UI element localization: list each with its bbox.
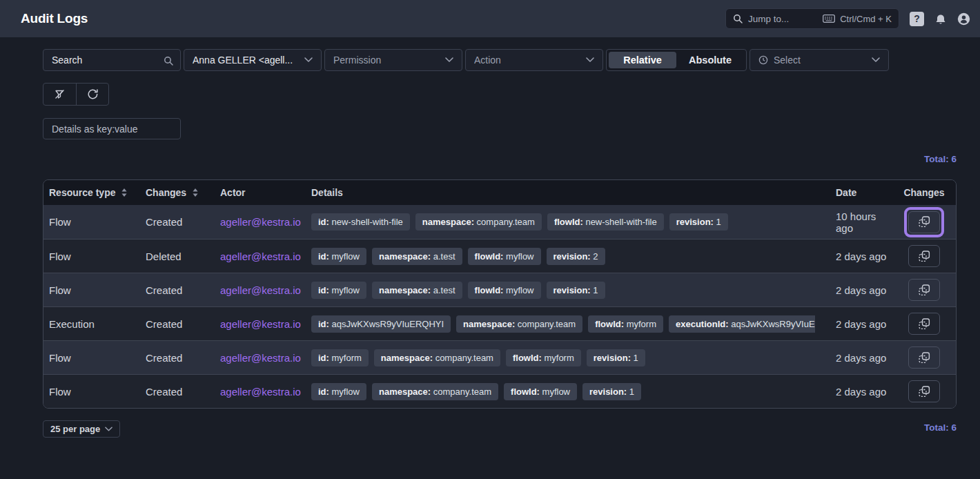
sort-icon[interactable] <box>192 188 199 197</box>
details-badges: idaqsJwKXwsR9yVIuERQHYI namespacecompany… <box>311 315 815 333</box>
date-cell: 2 days ago <box>815 251 892 262</box>
table-row[interactable]: Execution Created ageller@kestra.io idaq… <box>43 306 956 340</box>
clear-filters-button[interactable] <box>43 84 76 105</box>
search-icon <box>164 56 173 66</box>
detail-badge: idmyflow <box>311 383 366 400</box>
actor-link[interactable]: ageller@kestra.io <box>220 216 301 228</box>
sort-icon[interactable] <box>121 188 128 197</box>
search-input[interactable] <box>43 50 180 70</box>
action-filter-select[interactable]: Action <box>465 49 603 71</box>
per-page-value: 25 per page <box>50 424 100 434</box>
table-row[interactable]: Flow Created ageller@kestra.io idmyflow … <box>43 273 956 306</box>
diff-icon <box>919 318 930 330</box>
change-cell: Created <box>146 386 220 398</box>
resource-type-cell: Flow <box>49 284 146 296</box>
actor-link[interactable]: ageller@kestra.io <box>220 318 301 330</box>
notifications-button[interactable] <box>934 14 947 24</box>
detail-badge: namespacecompany.team <box>415 213 542 231</box>
table-row[interactable]: Flow Deleted ageller@kestra.io idmyflow … <box>43 239 956 273</box>
detail-badge: idmyflow <box>311 248 366 265</box>
detail-badge: idmyflow <box>311 282 366 299</box>
help-button[interactable]: ? <box>910 12 924 26</box>
refresh-button[interactable] <box>76 84 108 105</box>
focus-ring <box>904 207 944 237</box>
user-filter-select[interactable]: Anna GELLER <agell... <box>184 49 322 71</box>
details-badges: idnew-shell-with-file namespacecompany.t… <box>311 213 815 231</box>
jump-to-search[interactable]: Jump to... Ctrl/Cmd + K <box>725 8 899 29</box>
diff-icon <box>919 284 930 296</box>
date-cell: 2 days ago <box>815 318 892 330</box>
chevron-down-icon <box>304 57 313 63</box>
changes-diff-button[interactable] <box>908 279 940 301</box>
user-filter-value: Anna GELLER <agell... <box>193 55 299 66</box>
detail-badge: flowIdmyflow <box>468 248 541 265</box>
date-cell: 2 days ago <box>815 386 892 398</box>
details-input[interactable] <box>43 118 181 139</box>
detail-badge: revision1 <box>669 213 728 231</box>
resource-type-cell: Flow <box>49 216 146 228</box>
changes-header[interactable]: Changes <box>146 187 220 198</box>
detail-badge: namespacecompany.team <box>372 383 498 400</box>
avatar-icon <box>957 12 970 26</box>
detail-badge: namespacea.test <box>372 248 462 265</box>
detail-badge: namespacea.test <box>372 282 462 299</box>
changes-diff-button[interactable] <box>908 380 940 402</box>
chevron-down-icon <box>872 57 880 63</box>
detail-badge: revision2 <box>547 248 605 265</box>
action-filter-label: Action <box>474 55 580 66</box>
permission-filter-label: Permission <box>333 55 440 66</box>
per-page-select[interactable]: 25 per page <box>43 420 120 438</box>
actor-link[interactable]: ageller@kestra.io <box>220 251 301 262</box>
detail-badge: namespacecompany.team <box>374 349 500 366</box>
relative-toggle[interactable]: Relative <box>609 52 676 68</box>
top-bar: Audit Logs Jump to... Ctrl/Cmd + K ? <box>0 0 980 37</box>
permission-filter-select[interactable]: Permission <box>324 49 462 71</box>
detail-badge: namespacecompany.team <box>456 315 582 333</box>
change-cell: Created <box>146 318 220 330</box>
filter-actions <box>43 83 109 106</box>
details-badges: idmyform namespacecompany.team flowIdmyf… <box>311 349 815 366</box>
detail-badge: idnew-shell-with-file <box>311 213 410 231</box>
time-range-label: Select <box>774 55 866 66</box>
topbar-actions: Jump to... Ctrl/Cmd + K ? <box>725 8 970 29</box>
table-row[interactable]: Flow Created ageller@kestra.io idnew-she… <box>43 205 956 239</box>
changes-diff-button[interactable] <box>908 313 940 335</box>
actor-link[interactable]: ageller@kestra.io <box>220 284 301 296</box>
table-row[interactable]: Flow Created ageller@kestra.io idmyflow … <box>43 374 956 408</box>
jump-to-placeholder: Jump to... <box>748 14 817 24</box>
bell-icon <box>934 14 947 24</box>
resource-type-cell: Flow <box>49 386 146 398</box>
changes-action-header: Changes <box>892 187 956 198</box>
absolute-toggle[interactable]: Absolute <box>676 52 744 68</box>
details-badges: idmyflow namespacea.test flowIdmyflow re… <box>311 248 815 265</box>
refresh-icon <box>88 89 98 99</box>
user-menu-button[interactable] <box>957 12 970 26</box>
total-count-bottom: Total: 6 <box>924 422 957 433</box>
table-row[interactable]: Flow Created ageller@kestra.io idmyform … <box>43 340 956 374</box>
change-cell: Created <box>146 352 220 364</box>
detail-badge: revision1 <box>587 349 645 366</box>
change-cell: Created <box>146 284 220 296</box>
filter-off-icon <box>55 89 65 99</box>
clock-icon <box>758 55 768 65</box>
actor-link[interactable]: ageller@kestra.io <box>220 352 301 364</box>
details-badges: idmyflow namespacecompany.team flowIdmyf… <box>311 383 815 400</box>
chevron-down-icon <box>445 57 453 63</box>
changes-diff-button[interactable] <box>908 346 940 369</box>
changes-diff-button[interactable] <box>908 245 940 267</box>
chevron-down-icon <box>586 57 594 63</box>
resource-type-header[interactable]: Resource type <box>49 187 146 198</box>
detail-badge: idmyform <box>311 349 369 366</box>
help-icon: ? <box>914 13 920 24</box>
diff-icon <box>919 216 930 228</box>
table-header: Resource type Changes Actor Details Date… <box>43 180 956 205</box>
time-range-select[interactable]: Select <box>749 49 889 71</box>
time-mode-toggle: Relative Absolute <box>606 49 747 71</box>
changes-diff-button[interactable] <box>908 211 940 233</box>
actor-link[interactable]: ageller@kestra.io <box>220 386 301 398</box>
date-cell: 2 days ago <box>815 352 892 364</box>
diff-icon <box>919 251 930 262</box>
date-cell: 2 days ago <box>815 284 892 296</box>
detail-badge: flowIdnew-shell-with-file <box>547 213 664 231</box>
date-header: Date <box>815 187 892 198</box>
